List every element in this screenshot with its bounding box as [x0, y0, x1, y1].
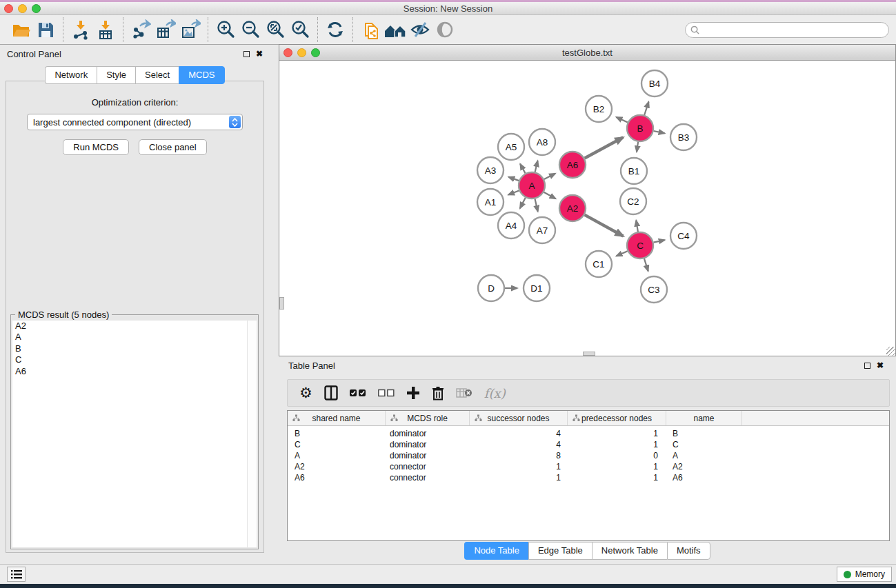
graph-edge-A2-C[interactable] — [585, 215, 624, 236]
node-table: shared name MCDS role successor nodes — [287, 410, 890, 541]
mcds-result-item[interactable]: A6 — [12, 366, 247, 377]
table-cell: 4 — [470, 440, 568, 449]
graph-node-label-A8: A8 — [537, 137, 548, 148]
column-header-successor-nodes[interactable]: successor nodes — [470, 411, 568, 425]
delete-icon[interactable] — [432, 386, 444, 401]
zoom-fit-button[interactable] — [263, 17, 288, 42]
column-layout-icon[interactable] — [324, 385, 338, 401]
zoom-fit-icon — [265, 19, 286, 40]
graph-node-label-D: D — [488, 283, 495, 294]
export-image-button[interactable] — [178, 17, 203, 42]
tab-select[interactable]: Select — [135, 66, 179, 84]
import-network-button[interactable] — [68, 17, 93, 42]
copy-network-button[interactable] — [358, 17, 383, 42]
search-input[interactable] — [703, 25, 888, 34]
delete-table-icon[interactable] — [456, 387, 472, 398]
table-row[interactable]: Cdominator41C — [288, 439, 889, 450]
graph-edge-B-B1[interactable] — [637, 142, 638, 152]
resize-grip-icon[interactable] — [886, 347, 895, 356]
import-table-button[interactable] — [93, 17, 118, 42]
open-session-icon — [10, 19, 31, 40]
tab-mcds[interactable]: MCDS — [179, 66, 224, 84]
tab-node-table[interactable]: Node Table — [464, 542, 528, 560]
close-panel-icon[interactable]: ✖ — [256, 51, 263, 57]
zoom-selected-button[interactable] — [288, 17, 312, 42]
table-row[interactable]: A2connector11A2 — [288, 461, 889, 472]
column-header-shared-name[interactable]: shared name — [288, 411, 386, 425]
table-row[interactable]: Adominator80A — [288, 450, 889, 461]
export-network-button[interactable] — [128, 17, 153, 42]
hierarchy-icon — [475, 414, 482, 422]
network-canvas[interactable]: B4B2BB3B1A5A8A6A3AA1C2A2A4A7C4CC1C3DD1 — [279, 61, 895, 356]
result-scrollbar[interactable] — [247, 321, 257, 547]
float-panel-icon[interactable] — [243, 51, 250, 57]
search-field[interactable] — [685, 22, 889, 38]
graph-edge-A-A4[interactable] — [520, 198, 526, 208]
graph-edge-B-B4[interactable] — [644, 102, 648, 115]
mcds-result-item[interactable]: A — [12, 332, 247, 343]
refresh-button[interactable] — [323, 17, 348, 42]
graph-edge-A-A5[interactable] — [520, 164, 525, 174]
graph-node-label-A3: A3 — [485, 165, 497, 176]
column-header-mcds-role[interactable]: MCDS role — [386, 411, 470, 425]
graph-edge-A-A7[interactable] — [535, 199, 537, 211]
mcds-result-item[interactable]: C — [12, 354, 247, 365]
graph-node-label-C3: C3 — [648, 285, 659, 295]
table-row[interactable]: Bdominator41B — [288, 428, 889, 439]
column-header-predecessor-nodes[interactable]: predecessor nodes — [568, 411, 666, 425]
column-header-name[interactable]: name — [666, 411, 742, 425]
tab-edge-table[interactable]: Edge Table — [528, 542, 592, 560]
split-pane-handle[interactable] — [279, 297, 284, 310]
tab-style[interactable]: Style — [97, 66, 135, 84]
show-panels-button[interactable] — [432, 17, 457, 42]
graph-edge-C-C4[interactable] — [654, 240, 665, 243]
save-session-button[interactable] — [33, 17, 58, 42]
home-button[interactable] — [383, 17, 408, 42]
tab-network[interactable]: Network — [45, 66, 97, 84]
search-icon — [690, 26, 699, 34]
graph-edge-C-C1[interactable] — [617, 251, 628, 256]
function-builder-icon[interactable]: f(x) — [484, 386, 506, 401]
select-all-icon[interactable] — [350, 389, 366, 397]
deselect-all-icon[interactable] — [378, 389, 395, 397]
export-table-button[interactable] — [153, 17, 178, 42]
table-cell: dominator — [386, 451, 470, 460]
add-column-icon[interactable] — [406, 386, 420, 400]
memory-status-icon — [844, 571, 851, 578]
network-window-titlebar[interactable]: testGlobe.txt — [279, 45, 895, 61]
mcds-result-item[interactable]: A2 — [12, 321, 247, 332]
graph-edge-B-B2[interactable] — [616, 117, 628, 123]
graph-edge-C-C2[interactable] — [636, 221, 638, 232]
table-body: Bdominator41BCdominator41CAdominator80AA… — [288, 428, 889, 483]
graph-edge-A-A2[interactable] — [544, 192, 555, 199]
export-table-icon — [155, 19, 176, 40]
graph-edge-C-C3[interactable] — [644, 258, 648, 271]
tab-motifs[interactable]: Motifs — [667, 542, 710, 560]
hide-panels-button[interactable] — [408, 17, 432, 42]
close-panel-icon[interactable]: ✖ — [877, 363, 884, 369]
table-row[interactable]: A6connector11A6 — [288, 472, 889, 483]
graph-edge-A-A6[interactable] — [544, 174, 555, 179]
graph-edge-A-A8[interactable] — [535, 161, 538, 172]
tab-network-table[interactable]: Network Table — [592, 542, 667, 560]
float-panel-icon[interactable] — [864, 363, 870, 369]
split-pane-handle[interactable] — [583, 352, 595, 356]
run-mcds-button[interactable]: Run MCDS — [63, 139, 129, 155]
graph-edge-A-A1[interactable] — [508, 190, 519, 194]
mcds-result-item[interactable]: B — [12, 343, 247, 354]
settings-gear-icon[interactable]: ⚙ — [299, 386, 312, 400]
criterion-select[interactable]: largest connected component (directed) — [27, 114, 243, 130]
graph-edge-B-B3[interactable] — [654, 131, 665, 133]
zoom-in-button[interactable] — [213, 17, 238, 42]
open-session-button[interactable] — [8, 17, 33, 42]
graph-edge-A-A3[interactable] — [508, 177, 519, 181]
graph-edge-A6-B[interactable] — [585, 137, 624, 158]
task-history-button[interactable] — [7, 567, 26, 582]
memory-button[interactable]: Memory — [837, 567, 892, 582]
graph-node-label-A2: A2 — [567, 203, 579, 214]
zoom-out-button[interactable] — [238, 17, 263, 42]
desktop-strip — [0, 584, 896, 588]
table-panel-title: Table Panel — [288, 361, 335, 371]
column-header-filler — [742, 411, 889, 425]
close-panel-button[interactable]: Close panel — [139, 139, 207, 155]
